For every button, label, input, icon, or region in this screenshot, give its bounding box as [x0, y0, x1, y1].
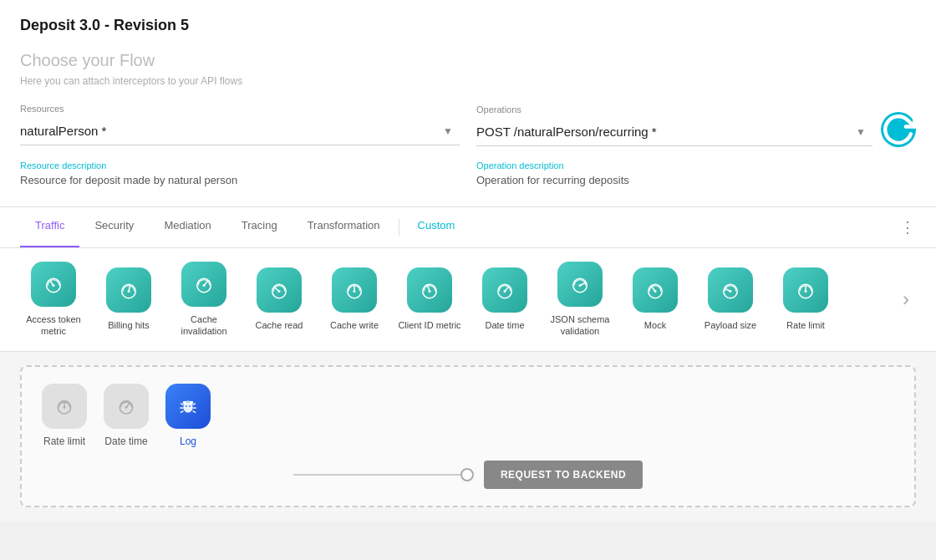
backend-line-left: [293, 474, 460, 476]
top-card: Deposit 3.0 - Revision 5 Choose your Flo…: [0, 0, 936, 207]
flow-subtext: Here you can attach interceptors to your…: [20, 75, 916, 87]
resources-select-wrapper: naturalPerson * ▼: [20, 117, 460, 145]
svg-point-11: [278, 290, 281, 293]
gauge-icon-11: [793, 277, 818, 303]
interceptor-date-time[interactable]: Date time: [471, 267, 538, 331]
svg-point-49: [189, 405, 191, 407]
interceptor-date-time-icon: [482, 267, 527, 313]
flow-gauge-icon-2: [114, 395, 138, 418]
interceptor-cache-read-label: Cache read: [256, 319, 303, 331]
interceptor-rate-limit-label: Rate limit: [786, 319, 825, 331]
svg-point-29: [730, 290, 732, 293]
resource-desc-text: Resource for deposit made by natural per…: [20, 174, 460, 186]
operation-desc-group: Operation description Operation for recu…: [476, 160, 916, 186]
tab-transformation[interactable]: Transformation: [292, 207, 395, 247]
interceptor-billing-hits[interactable]: Billing hits: [95, 267, 162, 331]
resource-desc-label: Resource description: [20, 160, 460, 171]
interceptor-access-token-metric[interactable]: Access tokenmetric: [20, 262, 87, 338]
tab-mediation[interactable]: Mediation: [149, 207, 226, 247]
svg-point-2: [53, 284, 55, 287]
svg-point-32: [805, 290, 807, 293]
operation-desc-label: Operation description: [476, 160, 916, 171]
gauge-icon-10: [718, 277, 743, 303]
interceptors-list: Access tokenmetric Billing hits: [20, 262, 896, 338]
request-to-backend-button[interactable]: REQUEST TO BACKEND: [484, 461, 643, 489]
interceptor-cache-invalidation-icon: [181, 262, 226, 307]
interceptor-cache-write[interactable]: Cache write: [321, 267, 388, 331]
flow-icon-rate-limit: [42, 384, 87, 429]
interceptor-cache-invalidation-label: Cacheinvalidation: [181, 313, 226, 338]
bug-icon: [176, 395, 200, 418]
interceptor-mock[interactable]: Mock: [622, 267, 689, 331]
flow-gauge-icon: [53, 395, 76, 418]
svg-point-38: [125, 406, 128, 409]
interceptor-payload-size[interactable]: Payload size: [697, 267, 764, 331]
tab-custom[interactable]: Custom: [403, 207, 471, 247]
refresh-button[interactable]: [881, 112, 916, 147]
svg-point-23: [579, 284, 582, 287]
interceptor-client-id-metric-label: Client ID metric: [398, 319, 460, 331]
gauge-icon-7: [492, 277, 517, 303]
svg-point-8: [203, 284, 206, 287]
backend-circle: [460, 468, 474, 481]
gauge-icon-3: [191, 272, 216, 297]
resources-group: Resources naturalPerson * ▼: [20, 104, 460, 145]
interceptor-json-schema-validation-icon: [557, 262, 603, 307]
flow-items: Rate limit Date time: [42, 384, 894, 447]
interceptor-mock-label: Mock: [644, 319, 666, 331]
interceptor-rate-limit[interactable]: Rate limit: [772, 267, 839, 331]
interceptors-section: Access tokenmetric Billing hits: [0, 248, 936, 352]
operations-label: Operations: [476, 104, 872, 115]
gauge-icon-2: [116, 277, 141, 303]
flow-icon-date-time: [104, 384, 149, 429]
interceptor-access-token-metric-label: Access tokenmetric: [26, 313, 80, 338]
interceptor-client-id-metric-icon: [407, 267, 452, 313]
bottom-section: Traffic Security Mediation Tracing Trans…: [0, 207, 936, 521]
interceptor-cache-read-icon: [257, 267, 302, 313]
tabs-more-icon[interactable]: ⋮: [900, 218, 916, 237]
form-row: Resources naturalPerson * ▼ Operations P…: [20, 104, 916, 147]
gauge-icon: [41, 272, 66, 297]
interceptor-client-id-metric[interactable]: Client ID metric: [396, 267, 463, 331]
tab-tracing[interactable]: Tracing: [226, 207, 292, 247]
interceptors-next-icon[interactable]: ›: [896, 281, 916, 318]
gauge-icon-5: [342, 277, 367, 303]
resources-select[interactable]: naturalPerson *: [20, 117, 460, 145]
interceptor-cache-invalidation[interactable]: Cacheinvalidation: [170, 262, 237, 338]
interceptor-cache-write-icon: [332, 267, 377, 313]
svg-line-47: [193, 410, 196, 412]
svg-line-43: [193, 403, 196, 405]
interceptor-json-schema-validation[interactable]: JSON schemavalidation: [547, 262, 613, 338]
interceptor-date-time-label: Date time: [485, 319, 524, 331]
interceptor-access-token-metric-icon: [31, 262, 76, 307]
flow-item-date-time-label: Date time: [104, 435, 147, 447]
operations-select-wrapper: POST /naturalPerson/recurring * ▼: [476, 118, 872, 146]
svg-point-35: [64, 406, 66, 409]
svg-point-48: [186, 405, 187, 407]
flow-item-log-label: Log: [180, 435, 196, 447]
tab-separator: [399, 219, 399, 236]
gauge-icon-8: [567, 272, 593, 297]
flow-icon-log: [165, 384, 211, 429]
gauge-icon-9: [643, 277, 668, 303]
flow-area: Rate limit Date time: [20, 365, 916, 507]
interceptor-json-schema-validation-label: JSON schemavalidation: [551, 313, 610, 338]
flow-item-date-time[interactable]: Date time: [104, 384, 149, 447]
tab-traffic[interactable]: Traffic: [20, 207, 79, 247]
svg-point-26: [654, 290, 657, 293]
flow-item-rate-limit[interactable]: Rate limit: [42, 384, 87, 447]
refresh-icon: [881, 112, 916, 147]
svg-point-17: [429, 290, 431, 293]
tab-security[interactable]: Security: [79, 207, 149, 247]
backend-row: REQUEST TO BACKEND: [42, 461, 894, 489]
interceptor-cache-read[interactable]: Cache read: [246, 267, 313, 331]
flow-item-rate-limit-label: Rate limit: [43, 435, 85, 447]
flow-item-log[interactable]: Log: [165, 384, 211, 447]
svg-point-20: [504, 290, 506, 293]
interceptor-mock-icon: [633, 267, 678, 313]
interceptor-billing-hits-icon: [106, 267, 151, 313]
operations-select[interactable]: POST /naturalPerson/recurring *: [476, 118, 872, 146]
interceptor-cache-write-label: Cache write: [330, 319, 379, 331]
desc-row: Resource description Resource for deposi…: [20, 160, 916, 186]
page-title: Deposit 3.0 - Revision 5: [20, 17, 916, 34]
